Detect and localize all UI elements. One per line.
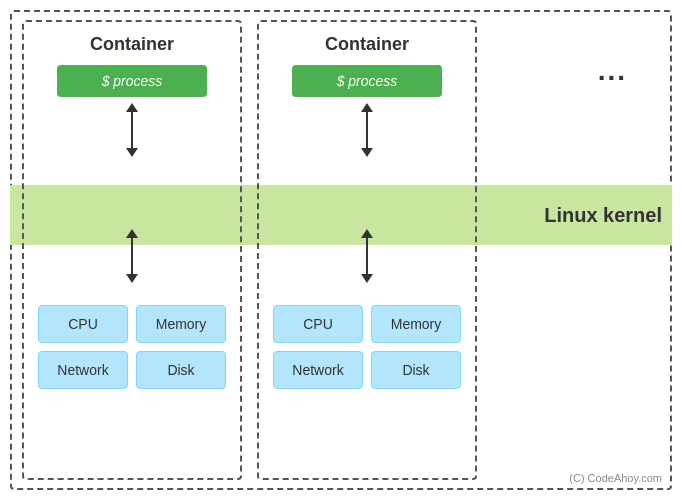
arrow-tip-down-3 bbox=[361, 148, 373, 157]
container-2-inner: $ process bbox=[259, 65, 475, 163]
kernel-spacer-1 bbox=[24, 163, 240, 223]
ellipsis-indicator: ... bbox=[598, 55, 627, 87]
arrow-tip-down-2 bbox=[126, 274, 138, 283]
container-2-resources: CPU Memory Network Disk bbox=[259, 297, 475, 397]
container-1-process: $ process bbox=[57, 65, 207, 97]
arrow-stem-3 bbox=[366, 112, 368, 148]
container-2-arrow-bottom bbox=[259, 223, 475, 289]
resource-disk-2: Disk bbox=[371, 351, 461, 389]
resource-memory-1: Memory bbox=[136, 305, 226, 343]
resource-cpu-1: CPU bbox=[38, 305, 128, 343]
container-1-arrow-bottom bbox=[24, 223, 240, 289]
arrow-stem bbox=[131, 112, 133, 148]
arrow-tip-down bbox=[126, 148, 138, 157]
container-box-2: Container $ process CPU Memory Network D… bbox=[257, 20, 477, 480]
container-1-title: Container bbox=[24, 22, 240, 55]
kernel-label-text: Linux kernel bbox=[544, 204, 662, 227]
container-2-title: Container bbox=[259, 22, 475, 55]
container-1-inner: $ process bbox=[24, 65, 240, 163]
resource-disk-1: Disk bbox=[136, 351, 226, 389]
container-2-arrow-top bbox=[361, 103, 373, 157]
copyright: (C) CodeAhoy.com bbox=[569, 472, 662, 484]
arrow-tip-up bbox=[126, 103, 138, 112]
container-2-process: $ process bbox=[292, 65, 442, 97]
resource-memory-2: Memory bbox=[371, 305, 461, 343]
resource-network-2: Network bbox=[273, 351, 363, 389]
resource-cpu-2: CPU bbox=[273, 305, 363, 343]
arrow-stem-4 bbox=[366, 238, 368, 274]
arrow-stem-2 bbox=[131, 238, 133, 274]
container-1-arrow-top bbox=[126, 103, 138, 157]
kernel-spacer-2 bbox=[259, 163, 475, 223]
arrow-tip-up-3 bbox=[361, 103, 373, 112]
container-box-1: Container $ process CPU Memory Network D… bbox=[22, 20, 242, 480]
arrow-tip-down-4 bbox=[361, 274, 373, 283]
kernel-label: Linux kernel bbox=[544, 185, 662, 245]
container-1-resources: CPU Memory Network Disk bbox=[24, 297, 240, 397]
arrow-tip-up-2 bbox=[126, 229, 138, 238]
arrow-tip-up-4 bbox=[361, 229, 373, 238]
resource-network-1: Network bbox=[38, 351, 128, 389]
